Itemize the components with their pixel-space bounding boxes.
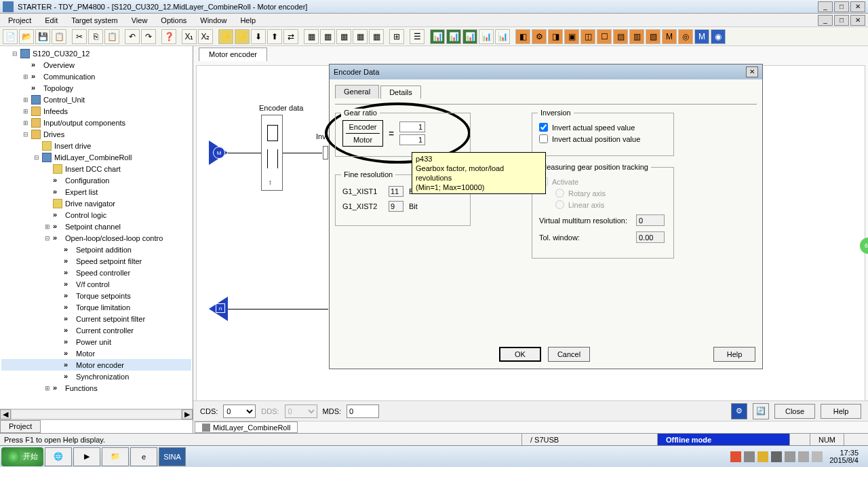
tree-item-drives[interactable]: ⊟Drives (1, 128, 191, 140)
tb-disconnect-icon[interactable]: ⚡ (235, 29, 250, 44)
tree-item-motor-encoder[interactable]: »Motor encoder (1, 359, 191, 371)
tb-encoder-icon[interactable]: ◉ (711, 29, 726, 44)
tree-item-synchronization[interactable]: »Synchronization (1, 371, 191, 382)
invert-speed-checkbox[interactable] (539, 123, 548, 132)
cds-select[interactable]: 0 (223, 405, 256, 418)
child-close-button[interactable]: ✕ (850, 15, 865, 26)
tb-o8-icon[interactable]: ▥ (629, 29, 644, 44)
tree-item-topology[interactable]: »Topology (1, 82, 191, 94)
tray-icon-7[interactable] (812, 451, 823, 462)
tree-item-open-loop-closed-loop-contro[interactable]: ⊟»Open-loop/closed-loop contro (1, 232, 191, 244)
tree-root[interactable]: ⊟S120_CU320_12 (1, 48, 191, 59)
child-restore-button[interactable]: □ (834, 15, 849, 26)
tree-item-torque-setpoints[interactable]: »Torque setpoints (1, 290, 191, 301)
tray-icon-6[interactable] (798, 451, 809, 462)
tb-o9-icon[interactable]: ▧ (646, 29, 660, 44)
invert-position-checkbox[interactable] (539, 134, 548, 143)
tb-scope3-icon[interactable]: 📊 (462, 29, 477, 44)
tree-item-infeeds[interactable]: ⊞Infeeds (1, 105, 191, 117)
taskbar-app-4[interactable]: e (130, 447, 157, 466)
tree-item-control-logic[interactable]: »Control logic (1, 209, 191, 221)
tb-compare-icon[interactable]: ⇄ (283, 29, 298, 44)
taskbar-clock[interactable]: 17:35 2015/8/4 (825, 449, 863, 464)
tb-cut-icon[interactable]: ✂ (72, 29, 87, 44)
taskbar-app-2[interactable]: ▶ (73, 447, 100, 466)
dialog-close-button[interactable]: ✕ (746, 67, 758, 77)
tb-scope1-icon[interactable]: 📊 (430, 29, 445, 44)
tree-item-v-f-control[interactable]: »V/f control (1, 278, 191, 290)
tree-item-setpoint-channel[interactable]: ⊞»Setpoint channel (1, 221, 191, 232)
tb-o6-icon[interactable]: ☐ (597, 29, 612, 44)
tree-item-communication[interactable]: ⊞»Communication (1, 71, 191, 82)
project-tab[interactable]: Project (0, 420, 41, 433)
child-minimize-button[interactable]: _ (818, 15, 833, 26)
close-button[interactable]: ✕ (850, 1, 865, 12)
tb-help-icon[interactable]: ❓ (161, 29, 176, 44)
tb-grid4-icon[interactable]: ▦ (353, 29, 368, 44)
menu-help[interactable]: Help (235, 15, 261, 26)
doc-tab-midlayer[interactable]: MidLayer_CombineRoll (195, 421, 298, 433)
tray-icon-2[interactable] (744, 451, 755, 462)
scroll-left-icon[interactable]: ◀ (0, 409, 11, 419)
tb-x1-icon[interactable]: X₁ (182, 29, 197, 44)
tb-grid1-icon[interactable]: ▦ (304, 29, 319, 44)
tree-item-insert-dcc-chart[interactable]: Insert DCC chart (1, 163, 191, 174)
tree-item-power-unit[interactable]: »Power unit (1, 336, 191, 348)
ok-button[interactable]: OK (499, 347, 541, 362)
tray-icon-3[interactable] (757, 451, 768, 462)
tb-o11-icon[interactable]: ◎ (678, 29, 693, 44)
tb-scope5-icon[interactable]: 📊 (495, 29, 510, 44)
tb-undo-icon[interactable]: ↶ (125, 29, 140, 44)
gear-icon[interactable]: ⚙ (731, 403, 747, 419)
menu-target[interactable]: Target system (66, 15, 123, 26)
taskbar-app-starter[interactable]: SINA (159, 447, 186, 466)
tb-connect-icon[interactable]: ⚡ (218, 29, 233, 44)
tree-hscroll[interactable]: ◀ ▶ (0, 409, 193, 419)
tray-icon-5[interactable] (785, 451, 795, 462)
tb-motor-icon[interactable]: M (694, 29, 709, 44)
tb-copy-icon[interactable]: ⎘ (88, 29, 103, 44)
restore-button[interactable]: □ (834, 1, 849, 12)
tree-item-overview[interactable]: »Overview (1, 59, 191, 71)
dialog-titlebar[interactable]: Encoder Data ✕ (330, 64, 762, 79)
tb-o1-icon[interactable]: ◧ (515, 29, 530, 44)
menu-window[interactable]: Window (195, 15, 232, 26)
tab-details[interactable]: Details (380, 86, 421, 99)
menu-options[interactable]: Options (155, 15, 192, 26)
encoder-block[interactable]: ↕ (261, 115, 283, 191)
tb-doc-icon[interactable]: 📋 (52, 29, 66, 44)
help-button[interactable]: Help (821, 404, 861, 419)
taskbar-app-1[interactable]: 🌐 (45, 447, 72, 466)
tb-paste-icon[interactable]: 📋 (104, 29, 119, 44)
scroll-right-icon[interactable]: ▶ (182, 409, 193, 419)
tb-new-icon[interactable]: 📄 (3, 29, 18, 44)
tree-item-torque-limitation[interactable]: »Torque limitation (1, 301, 191, 313)
tree-item-motor[interactable]: »Motor (1, 348, 191, 359)
tree-item-current-setpoint-filter[interactable]: »Current setpoint filter (1, 313, 191, 324)
tb-download-icon[interactable]: ⬇ (251, 29, 266, 44)
tray-icon-4[interactable] (771, 451, 782, 462)
tb-o3-icon[interactable]: ◨ (548, 29, 563, 44)
tb-o4-icon[interactable]: ▣ (564, 29, 579, 44)
tb-scope2-icon[interactable]: 📊 (446, 29, 461, 44)
tb-upload-icon[interactable]: ⬆ (267, 29, 282, 44)
tree-item-setpoint-addition[interactable]: »Setpoint addition (1, 244, 191, 255)
tb-o10-icon[interactable]: M (662, 29, 677, 44)
menu-project[interactable]: Project (3, 15, 37, 26)
dialog-help-button[interactable]: Help (713, 347, 755, 362)
tree-item-midlayer-combineroll[interactable]: ⊟MidLayer_CombineRoll (1, 151, 191, 163)
tb-grid3-icon[interactable]: ▦ (336, 29, 351, 44)
tray-icon-1[interactable] (730, 451, 741, 462)
start-button[interactable]: 开始 (1, 447, 43, 466)
tab-general[interactable]: General (335, 85, 379, 98)
tb-o2-icon[interactable]: ⚙ (532, 29, 547, 44)
minimize-button[interactable]: _ (818, 1, 833, 12)
tree-item-insert-drive[interactable]: Insert drive (1, 140, 191, 151)
tb-redo-icon[interactable]: ↷ (141, 29, 156, 44)
menu-view[interactable]: View (126, 15, 153, 26)
tree-item-speed-controller[interactable]: »Speed controller (1, 267, 191, 278)
tb-open-icon[interactable]: 📂 (19, 29, 34, 44)
tree-item-functions[interactable]: ⊞»Functions (1, 382, 191, 394)
project-tree[interactable]: ⊟S120_CU320_12»Overview⊞»Communication»T… (0, 46, 193, 409)
tb-table-icon[interactable]: ⊞ (389, 29, 404, 44)
